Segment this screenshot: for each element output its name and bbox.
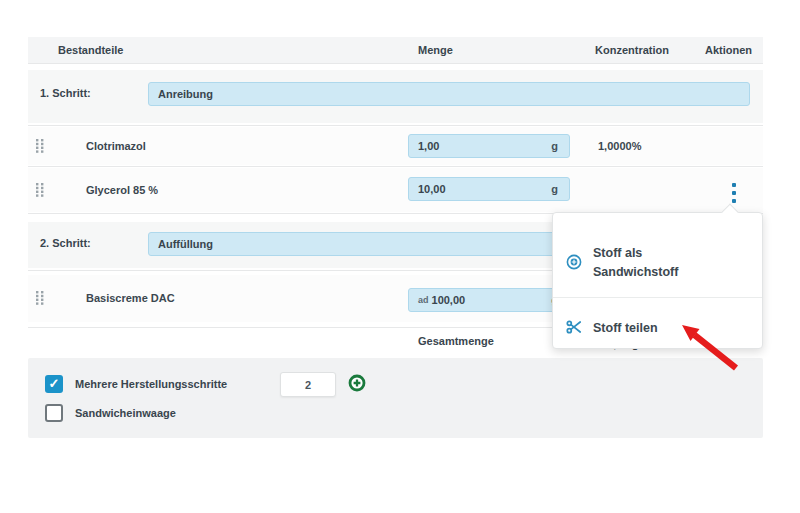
menu-item-stoff-als-sandwichstoff[interactable]: Stoff als Sandwichstoff [553,235,762,291]
unit-label: g [551,183,569,195]
add-step-icon[interactable] [348,374,366,392]
divider [28,166,763,167]
red-pointer-arrow [670,317,750,379]
amount-prefix: ad [409,295,429,305]
step-1-name-value: Anreibung [149,88,213,100]
drag-handle-icon[interactable] [36,139,45,153]
multiple-steps-label: Mehrere Herstellungsschritte [75,375,227,393]
steps-count-input[interactable] [280,372,336,397]
column-header-aktionen: Aktionen [705,37,752,63]
amount-value: 10,00 [409,183,446,195]
multiple-steps-checkbox[interactable] [45,375,63,393]
step-2-name-value: Auffüllung [149,238,213,250]
total-amount-label: Gesamtmenge [418,335,494,347]
drag-handle-icon[interactable] [36,291,45,305]
divider [28,125,763,126]
unit-label: g [551,140,569,152]
step-1-name-input[interactable]: Anreibung [148,82,750,106]
amount-input-glycerol[interactable]: 10,00 g [408,177,570,201]
table-header: Bestandteile Menge Konzentration Aktione… [28,37,763,63]
options-panel: Mehrere Herstellungsschritte Sandwichein… [28,358,763,438]
sandwich-label: Sandwicheinwaage [75,404,176,422]
recipe-editor: Bestandteile Menge Konzentration Aktione… [0,0,800,513]
step-2-label: 2. Schritt: [40,237,91,249]
amount-input-clotrimazol[interactable]: 1,00 g [408,134,570,158]
concentration-value: 1,0000% [598,140,641,152]
step-1-label: 1. Schritt: [40,87,91,99]
circle-plus-icon [566,254,582,273]
row-actions-menu-icon[interactable] [725,183,743,203]
drag-handle-icon[interactable] [36,183,45,197]
divider [28,63,763,64]
scissors-icon [566,319,582,338]
menu-divider [553,297,762,298]
ingredient-name: Glycerol 85 % [86,184,158,196]
table-row-step-1: 1. Schritt: Anreibung [28,70,763,123]
column-header-menge: Menge [418,37,453,63]
sandwich-checkbox[interactable] [45,404,63,422]
amount-value: 1,00 [409,140,439,152]
ingredient-name: Clotrimazol [86,140,146,152]
table-row-glycerol: Glycerol 85 % 10,00 g [28,168,763,212]
amount-input-basiscreme[interactable]: ad 100,00 g [408,288,570,312]
column-header-konzentration: Konzentration [595,37,669,63]
amount-value: 100,00 [432,294,466,306]
column-header-bestandteile: Bestandteile [58,37,123,63]
menu-item-label: Stoff als Sandwichstoff [593,244,723,282]
table-row-clotrimazol: Clotrimazol 1,00 g 1,0000% [28,127,763,165]
ingredient-name: Basiscreme DAC [86,292,175,304]
